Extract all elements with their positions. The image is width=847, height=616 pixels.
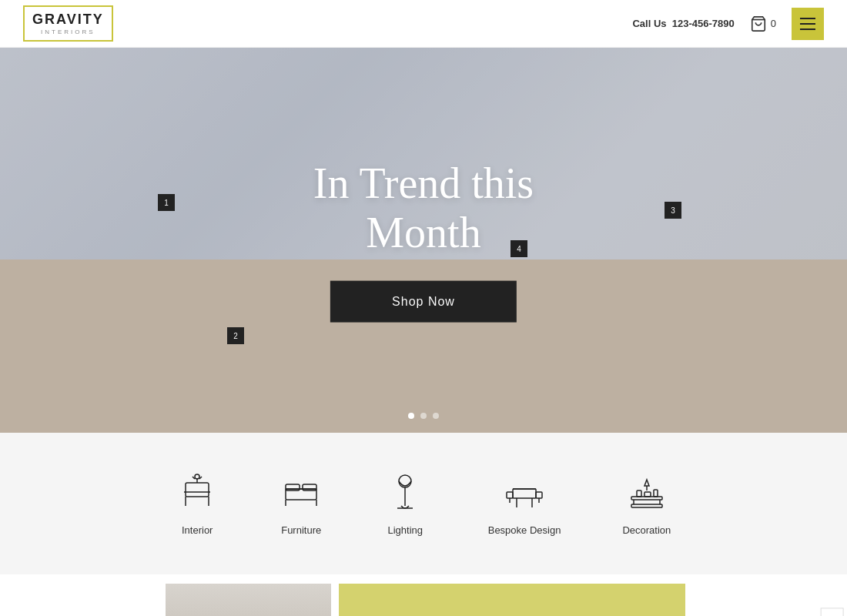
furniture-label: Furniture [281,524,321,536]
svg-rect-1 [186,483,209,497]
categories-section: Interior Furniture [0,433,847,574]
svg-rect-21 [507,492,513,498]
svg-rect-30 [637,490,641,497]
site-header: GRAVITY INTERIORS Call Us 123-456-7890 0 [0,0,847,48]
call-us-label: Call Us [632,18,666,29]
category-decoration[interactable]: Decoration [622,471,671,536]
hotspot-3-label: 3 [671,206,675,215]
furniture-icon [280,471,323,514]
menu-button[interactable] [792,8,824,40]
hero-content: In Trend this Month Shop Now [313,159,534,323]
cart-button[interactable]: 0 [750,15,776,32]
hero-title-line1: In Trend this [313,159,534,207]
svg-rect-10 [286,484,300,490]
call-us: Call Us 123-456-7890 [632,18,734,29]
lighting-label: Lighting [387,524,423,536]
decoration-svg [628,474,666,512]
category-bespoke[interactable]: Bespoke Design [488,471,561,536]
svg-rect-27 [631,504,662,507]
header-right: Call Us 123-456-7890 0 [632,8,824,40]
cart-icon [750,15,767,32]
category-interior[interactable]: Interior [176,471,219,536]
hero-section: 1 2 3 4 In Trend this Month Shop Now [0,48,847,433]
interior-svg [178,474,216,512]
hotspot-3[interactable]: 3 [665,202,681,219]
logo-box: GRAVITY INTERIORS [23,5,113,42]
interior-icon [176,471,219,514]
category-furniture[interactable]: Furniture [280,471,323,536]
decoration-icon [625,471,668,514]
shop-now-button[interactable]: Shop Now [330,280,517,322]
logo-sub: INTERIORS [41,28,95,35]
bottom-yellow-block [339,584,685,616]
menu-line-1 [800,18,815,19]
bespoke-label: Bespoke Design [488,524,561,536]
svg-rect-22 [536,492,542,498]
logo[interactable]: GRAVITY INTERIORS [23,5,113,42]
hotspot-1-label: 1 [164,199,169,207]
bespoke-icon [504,471,546,514]
hero-title-line2: Month [366,209,480,256]
svg-rect-31 [644,492,651,497]
furniture-svg [282,474,320,512]
about-us-tab[interactable]: About Us [820,608,843,616]
bottom-section: About Us [0,574,847,616]
phone-number: 123-456-7890 [672,18,735,29]
slider-dot-3[interactable] [433,413,439,419]
svg-rect-11 [303,484,316,490]
interior-label: Interior [182,524,213,536]
lighting-icon [384,471,427,514]
svg-rect-32 [654,490,658,497]
slider-dot-1[interactable] [408,413,414,419]
category-lighting[interactable]: Lighting [384,471,427,536]
slider-dot-2[interactable] [420,413,427,419]
hotspot-2[interactable]: 2 [227,327,244,344]
hero-title: In Trend this Month [313,159,534,258]
menu-line-2 [800,23,815,25]
cart-count: 0 [771,18,776,29]
slider-dots [408,413,439,419]
logo-brand: GRAVITY [32,12,104,28]
hotspot-2-label: 2 [233,332,238,340]
svg-rect-18 [513,489,536,498]
bespoke-svg [505,474,544,512]
lighting-svg [386,474,424,512]
decoration-label: Decoration [622,524,671,536]
hotspot-1[interactable]: 1 [158,194,175,211]
bottom-image-left [166,584,331,616]
menu-line-3 [800,28,815,30]
